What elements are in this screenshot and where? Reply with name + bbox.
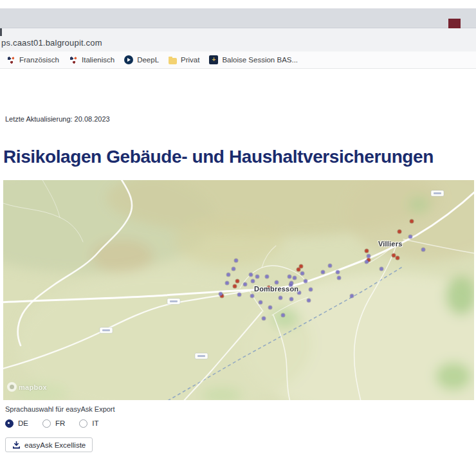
mapbox-icon	[7, 382, 17, 392]
browser-tab-bar	[0, 8, 476, 28]
place-label: Dombresson	[254, 285, 298, 293]
bookmark-label: Italienisch	[82, 56, 114, 64]
translate-dots-icon	[6, 55, 15, 64]
bookmark-item[interactable]: DeepL	[124, 55, 159, 64]
place-label-layer: DombressonVilliers	[3, 180, 474, 400]
mapbox-label: mapbox	[19, 383, 47, 391]
translate-dots-icon	[69, 55, 78, 64]
place-label: Villiers	[378, 240, 402, 248]
url-text: ps.caast01.balgroupit.com	[1, 38, 102, 48]
radio-label: FR	[55, 419, 65, 427]
language-option-fr[interactable]: FR	[42, 419, 65, 428]
bookmark-label: DeepL	[137, 56, 159, 64]
bookmark-item[interactable]: Privat	[169, 56, 199, 64]
radio-unselected-icon	[42, 419, 51, 428]
baloise-icon	[209, 55, 218, 64]
bookmark-item[interactable]: Französisch	[6, 55, 59, 64]
radio-selected-icon	[5, 419, 14, 428]
truncated-toolbar-icon	[0, 28, 2, 36]
bookmark-item[interactable]: Italienisch	[69, 55, 114, 64]
language-option-it[interactable]: IT	[79, 419, 98, 428]
language-option-de[interactable]: DE	[5, 419, 28, 428]
mapbox-attribution[interactable]: mapbox	[7, 382, 47, 392]
language-options: DEFRIT	[5, 418, 99, 428]
bookmark-label: Baloise Session BAS...	[222, 56, 298, 64]
url-bar[interactable]: ps.caast01.balgroupit.com	[0, 28, 476, 51]
bookmark-label: Privat	[181, 56, 199, 64]
export-excel-button[interactable]: easyAsk Excelliste	[5, 437, 93, 452]
last-update-text: Letzte Aktualisierung: 20.08.2023	[5, 115, 110, 123]
radio-unselected-icon	[79, 419, 87, 428]
bookmarks-bar: FranzösischItalienischDeepLPrivatBaloise…	[0, 51, 476, 69]
bookmark-label: Französisch	[19, 56, 59, 64]
deepl-icon	[124, 55, 133, 64]
folder-icon	[169, 58, 177, 64]
download-icon	[12, 441, 21, 449]
risk-map[interactable]: DombressonVilliers mapbox	[3, 180, 474, 400]
page-title: Risikolagen Gebäude- und Haushaltversich…	[3, 147, 434, 167]
bookmark-item[interactable]: Baloise Session BAS...	[209, 55, 298, 64]
radio-label: IT	[92, 419, 98, 427]
radio-label: DE	[18, 419, 28, 427]
export-button-label: easyAsk Excelliste	[24, 441, 86, 449]
toolbar-extension-icon[interactable]	[448, 19, 461, 28]
language-section-label: Sprachauswahl für easyAsk Export	[5, 405, 115, 413]
